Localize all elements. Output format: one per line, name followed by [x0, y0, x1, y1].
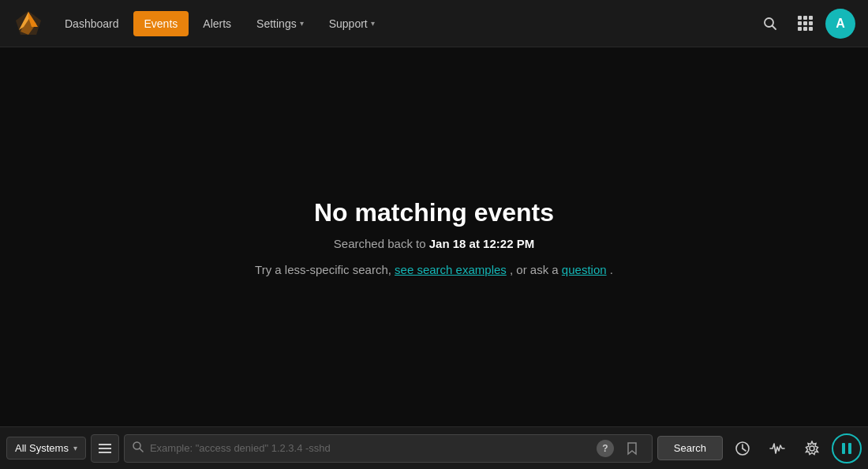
search-hint: Try a less-specific search, see search e… — [255, 263, 613, 276]
nav-alerts[interactable]: Alerts — [192, 11, 242, 36]
svg-rect-13 — [848, 443, 851, 454]
svg-line-10 — [743, 448, 746, 451]
settings-chevron-icon: ▾ — [300, 19, 304, 28]
search-help-button[interactable]: ? — [597, 440, 614, 457]
search-area: ? — [124, 434, 653, 463]
search-examples-link[interactable]: see search examples — [395, 263, 507, 276]
nav-settings[interactable]: Settings ▾ — [245, 11, 315, 36]
searched-back-text: Searched back to Jan 18 at 12:22 PM — [334, 237, 534, 250]
main-content: No matching events Searched back to Jan … — [0, 47, 868, 426]
dropdown-arrow-icon: ▾ — [73, 444, 77, 452]
clock-icon-btn[interactable] — [728, 433, 758, 463]
hamburger-button[interactable] — [91, 434, 119, 463]
grid-icon — [798, 16, 813, 31]
search-icon-btn[interactable] — [756, 9, 784, 38]
nav-support[interactable]: Support ▾ — [318, 11, 386, 36]
navbar: Dashboard Events Alerts Settings ▾ Suppo… — [0, 0, 868, 47]
activity-icon-btn[interactable] — [762, 433, 792, 463]
svg-rect-12 — [842, 443, 845, 454]
support-chevron-icon: ▾ — [371, 19, 375, 28]
pause-button[interactable] — [832, 433, 862, 463]
bookmark-icon-btn[interactable] — [620, 437, 644, 460]
bottom-bar: All Systems ▾ ? Search — [0, 426, 868, 469]
user-avatar[interactable]: A — [825, 9, 855, 39]
svg-line-2 — [773, 25, 776, 29]
question-link[interactable]: question — [562, 263, 607, 276]
systems-dropdown[interactable]: All Systems ▾ — [6, 437, 86, 460]
search-input-icon — [133, 441, 144, 455]
apps-grid-icon-btn[interactable] — [791, 9, 819, 38]
settings-gear-icon-btn[interactable] — [797, 433, 827, 463]
logo — [13, 8, 44, 39]
nav-dashboard[interactable]: Dashboard — [54, 11, 130, 36]
nav-right-actions: A — [756, 9, 855, 39]
svg-point-11 — [810, 446, 814, 451]
no-events-title: No matching events — [314, 198, 554, 227]
nav-events[interactable]: Events — [133, 11, 189, 36]
svg-line-7 — [140, 448, 143, 452]
search-button[interactable]: Search — [657, 436, 723, 460]
search-input[interactable] — [150, 442, 590, 454]
